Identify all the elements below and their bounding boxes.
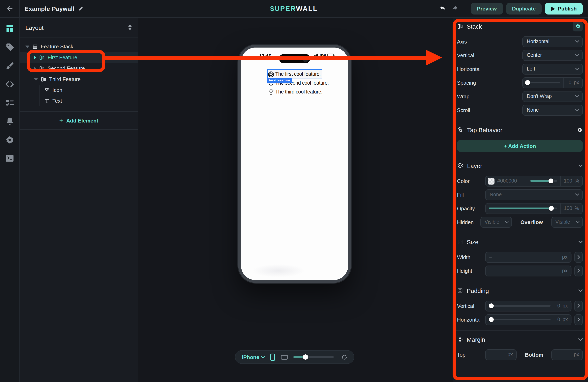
axis-dropdown[interactable]: Horizontal — [522, 36, 583, 47]
caret-down-icon[interactable] — [34, 78, 38, 80]
tree-item-second-feature[interactable]: Second Feature — [20, 63, 138, 74]
layers-icon — [457, 162, 463, 169]
color-opacity-slider[interactable] — [527, 176, 560, 186]
redo-icon — [451, 5, 458, 12]
tree-item-text[interactable]: Text — [20, 95, 138, 106]
back-button[interactable] — [0, 0, 20, 18]
margin-top-bottom-row: Top – px Bottom – px — [457, 348, 583, 361]
padding-horizontal-thumb[interactable] — [489, 317, 494, 322]
rail-code-tab[interactable] — [4, 78, 16, 90]
overflow-dropdown[interactable]: Visible — [551, 217, 583, 228]
tree-item-icon[interactable]: Icon — [20, 85, 138, 95]
caret-down-icon[interactable] — [25, 45, 29, 48]
color-hex-field[interactable]: #000000 — [497, 178, 527, 184]
zoom-slider-thumb[interactable] — [303, 354, 308, 360]
undo-button[interactable] — [438, 4, 447, 13]
wrap-dropdown[interactable]: Don't Wrap — [522, 91, 583, 102]
opacity-slider[interactable] — [486, 203, 560, 213]
bell-icon — [5, 116, 14, 126]
tree-item-third-feature[interactable]: Third Feature — [20, 74, 138, 85]
chevron-down-icon — [575, 68, 579, 70]
status-icons: SW — [313, 53, 334, 58]
portrait-toggle[interactable] — [270, 353, 275, 361]
redo-button[interactable] — [450, 4, 459, 13]
preview-button[interactable]: Preview — [471, 3, 503, 15]
caret-right-icon[interactable] — [34, 66, 36, 70]
color-opacity-field[interactable]: 100 % — [561, 178, 582, 184]
refresh-button[interactable] — [341, 354, 347, 360]
collapse-padding-button[interactable] — [578, 289, 583, 292]
scroll-dropdown[interactable]: None — [522, 105, 583, 115]
margin-bottom-field[interactable]: – px — [551, 349, 583, 360]
rail-theme-tab[interactable] — [4, 60, 16, 71]
tree-item-feature-stack[interactable]: Feature Stack — [20, 41, 138, 52]
color-slider-thumb[interactable] — [549, 178, 554, 183]
fill-dropdown[interactable]: None — [485, 189, 583, 200]
add-element-label: Add Element — [66, 117, 98, 124]
code-icon — [5, 79, 15, 89]
device-select[interactable]: iPhone — [242, 354, 265, 360]
padding-vertical-thumb[interactable] — [489, 303, 494, 308]
superwall-logo: $UPERWALL — [270, 5, 318, 13]
rail-settings-tab[interactable] — [4, 134, 16, 146]
spacing-slider[interactable] — [523, 78, 563, 88]
tree-item-label: Second Feature — [47, 65, 85, 71]
section-title: Size — [467, 238, 478, 245]
collapse-size-button[interactable] — [578, 240, 583, 243]
canvas[interactable]: 12:45 SW The first cool feature. — [139, 18, 453, 382]
caret-right-icon[interactable] — [34, 55, 36, 60]
rail-products-tab[interactable] — [4, 41, 16, 53]
rail-notifications-tab[interactable] — [4, 115, 16, 127]
phone-screen[interactable]: 12:45 SW The first cool feature. — [241, 47, 348, 280]
width-field[interactable]: – px — [485, 252, 571, 262]
width-expand-button[interactable] — [574, 252, 583, 262]
spacing-slider-thumb[interactable] — [525, 80, 530, 85]
color-control: #000000 100 % — [485, 175, 583, 186]
zoom-slider[interactable] — [294, 356, 334, 358]
opacity-value-field[interactable]: 100 % — [561, 206, 582, 211]
color-swatch[interactable] — [488, 177, 495, 184]
columns-icon — [41, 76, 46, 82]
text-icon — [44, 98, 50, 104]
height-field[interactable]: – px — [485, 265, 571, 276]
landscape-toggle[interactable] — [281, 354, 288, 360]
margin-top-field[interactable]: – px — [485, 349, 516, 360]
size-section-header: Size — [457, 233, 583, 250]
tap-settings-button[interactable] — [577, 127, 583, 133]
rail-terminal-tab[interactable] — [4, 152, 16, 164]
feature-row-selected[interactable]: The first cool feature. — [268, 70, 322, 79]
padding-vertical-expand-button[interactable] — [574, 300, 583, 311]
spacing-value-field[interactable]: 0 px — [564, 80, 582, 85]
publish-button[interactable]: Publish — [545, 3, 583, 15]
collapse-layer-button[interactable] — [578, 164, 583, 167]
chevron-down-icon — [576, 221, 580, 223]
section-title: Tap Behavior — [467, 126, 502, 133]
rail-layout-tab[interactable] — [4, 22, 16, 34]
padding-horizontal-expand-button[interactable] — [574, 314, 583, 325]
edit-title-button[interactable] — [78, 6, 84, 11]
padding-horizontal-field[interactable]: 0 px — [554, 317, 571, 322]
sort-icon[interactable] — [128, 24, 132, 30]
battery-icon — [327, 54, 334, 57]
padding-vertical-slider[interactable] — [486, 305, 554, 307]
padding-horizontal-slider[interactable] — [486, 319, 554, 320]
rail-checklist-tab[interactable] — [4, 97, 16, 108]
stack-settings-button[interactable] — [573, 21, 583, 31]
logo-accent: $UPER — [270, 5, 296, 12]
chevron-down-icon — [261, 356, 265, 358]
collapse-margin-button[interactable] — [578, 338, 583, 341]
add-action-button[interactable]: + Add Action — [457, 140, 583, 152]
vertical-align-dropdown[interactable]: Center — [522, 50, 583, 61]
hidden-dropdown[interactable]: Visible — [481, 217, 512, 228]
horizontal-align-dropdown[interactable]: Left — [522, 64, 583, 74]
aperture-icon — [268, 71, 274, 78]
height-expand-button[interactable] — [574, 265, 583, 276]
tree-item-first-feature[interactable]: First Feature — [20, 52, 138, 63]
opacity-slider-thumb[interactable] — [549, 206, 554, 211]
padding-vertical-field[interactable]: 0 px — [554, 303, 571, 309]
duplicate-button[interactable]: Duplicate — [506, 3, 542, 15]
add-element-button[interactable]: + Add Element — [20, 111, 138, 130]
feature-row[interactable]: The third cool feature. — [268, 87, 322, 96]
height-row: Height – px — [457, 264, 583, 278]
cellular-icon — [313, 53, 318, 57]
